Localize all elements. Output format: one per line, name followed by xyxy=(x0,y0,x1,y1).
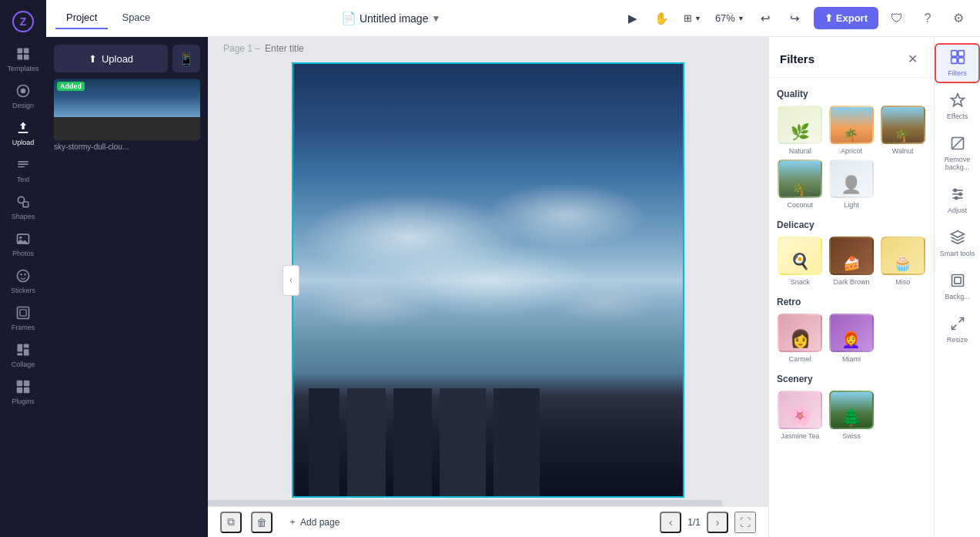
sidebar-label-plugins: Plugins xyxy=(12,398,35,405)
sidebar-item-text[interactable]: Text xyxy=(0,151,46,188)
right-tool-filters[interactable]: Filters xyxy=(935,43,980,83)
svg-rect-13 xyxy=(18,307,29,319)
jasmine-label: Jasmine Tea xyxy=(781,432,819,440)
svg-point-35 xyxy=(955,196,957,199)
canvas-container: ‹ xyxy=(292,62,684,498)
collapse-panel-btn[interactable]: ‹ xyxy=(283,265,299,296)
help-btn[interactable]: ? xyxy=(915,6,940,31)
tab-project[interactable]: Project xyxy=(55,7,108,29)
svg-point-11 xyxy=(20,274,22,276)
redo-icon: ↪ xyxy=(790,12,800,25)
svg-rect-15 xyxy=(18,344,23,352)
thumbnail-added-label: Added xyxy=(57,82,85,91)
photos-icon xyxy=(12,230,34,248)
redo-btn[interactable]: ↪ xyxy=(783,6,808,31)
export-button[interactable]: ⬆ Export xyxy=(814,7,878,29)
hand-tool-btn[interactable]: ✋ xyxy=(650,6,674,31)
delete-btn[interactable]: 🗑 xyxy=(251,512,273,533)
remove-bg-icon xyxy=(950,136,965,153)
horizontal-scrollbar[interactable] xyxy=(208,500,722,506)
right-tool-adjust[interactable]: Adjust xyxy=(935,180,980,220)
filter-swiss[interactable]: Swiss xyxy=(828,391,875,440)
filter-darkbrown[interactable]: Dark Brown xyxy=(828,237,875,286)
thumbnail-item[interactable]: Added sky-stormy-dull-clou... xyxy=(54,79,200,151)
help-icon: ? xyxy=(925,12,932,25)
retro-filter-grid: Carmel Miami xyxy=(777,314,926,363)
sidebar-item-stickers[interactable]: Stickers xyxy=(0,262,46,299)
snack-thumb xyxy=(778,237,822,275)
filter-light[interactable]: Light xyxy=(828,159,875,209)
file-title[interactable]: 📄 Untitled image ▼ xyxy=(341,11,440,25)
tab-space[interactable]: Space xyxy=(111,7,161,29)
zoom-value: 67% xyxy=(715,12,735,24)
sidebar-item-photos[interactable]: Photos xyxy=(0,225,46,262)
right-tool-remove-bg[interactable]: Remove backg... xyxy=(935,129,980,177)
sidebar-item-shapes[interactable]: Shapes xyxy=(0,188,46,225)
adjust-label: Adjust xyxy=(948,206,967,214)
left-sidebar: Z Templates Design Upload Text Shapes xyxy=(0,0,46,537)
miso-thumb xyxy=(881,237,925,275)
fullscreen-btn[interactable]: ⛶ xyxy=(734,512,756,533)
svg-rect-22 xyxy=(24,388,30,394)
upload-btn-label: Upload xyxy=(102,53,133,65)
upload-button[interactable]: ⬆ Upload xyxy=(54,45,168,72)
quality-section-title: Quality xyxy=(777,89,926,99)
close-filters-button[interactable]: ✕ xyxy=(901,48,923,69)
shapes-icon xyxy=(12,193,34,211)
filter-coconut[interactable]: Coconut xyxy=(777,159,824,209)
sidebar-label-design: Design xyxy=(12,102,34,109)
settings-btn[interactable]: ⚙ xyxy=(946,6,971,31)
right-tool-resize[interactable]: Resize xyxy=(935,310,980,350)
add-page-button[interactable]: ＋ Add page xyxy=(282,512,346,532)
svg-point-10 xyxy=(19,237,22,239)
pointer-tool-btn[interactable]: ▶ xyxy=(620,6,645,31)
svg-rect-19 xyxy=(17,381,23,387)
thumbnail-filename: sky-stormy-dull-clou... xyxy=(54,143,200,151)
walnut-thumb xyxy=(881,106,925,144)
file-title-text: Untitled image xyxy=(360,12,429,25)
content-row: ⬆ Upload 📱 Added sky-stormy-dull-clou... xyxy=(46,37,980,537)
duplicate-btn[interactable]: ⧉ xyxy=(220,512,242,533)
view-chevron-icon: ▼ xyxy=(694,15,701,22)
jasmine-thumb xyxy=(778,391,822,429)
filter-jasmine[interactable]: Jasmine Tea xyxy=(777,391,824,440)
swiss-thumb xyxy=(829,391,874,429)
sidebar-item-frames[interactable]: Frames xyxy=(0,299,46,336)
svg-line-29 xyxy=(952,138,963,149)
filter-miami[interactable]: Miami xyxy=(828,314,875,363)
upload-btn-icon: ⬆ xyxy=(89,53,97,65)
filter-walnut[interactable]: Walnut xyxy=(879,106,926,155)
filter-carmel[interactable]: Carmel xyxy=(777,314,824,363)
zoom-btn[interactable]: 67% ▼ xyxy=(711,6,749,31)
next-page-btn[interactable]: › xyxy=(707,512,728,533)
canvas-frame[interactable] xyxy=(292,62,684,498)
undo-icon: ↩ xyxy=(761,12,771,25)
right-tool-smart[interactable]: Smart tools xyxy=(935,223,980,263)
mobile-preview-btn[interactable]: 📱 xyxy=(172,45,200,72)
page-title-input[interactable] xyxy=(265,43,380,54)
svg-rect-16 xyxy=(24,344,29,348)
add-page-label: Add page xyxy=(300,517,339,528)
filter-apricot[interactable]: Apricot xyxy=(828,106,875,155)
sidebar-item-plugins[interactable]: Plugins xyxy=(0,373,46,410)
right-tool-effects[interactable]: Effects xyxy=(935,86,980,126)
shield-btn[interactable]: 🛡 xyxy=(885,6,909,31)
undo-btn[interactable]: ↩ xyxy=(754,6,778,31)
view-tool-btn[interactable]: ⊞ ▼ xyxy=(679,6,706,31)
page-nav: ‹ 1/1 › ⛶ xyxy=(660,512,756,533)
upload-icon xyxy=(12,119,34,137)
filter-natural[interactable]: Natural xyxy=(777,106,824,155)
filters-header: Filters ✕ xyxy=(769,37,934,78)
sidebar-item-collage[interactable]: Collage xyxy=(0,336,46,373)
walnut-label: Walnut xyxy=(892,147,914,155)
filter-snack[interactable]: Snack xyxy=(777,237,824,286)
filter-miso[interactable]: Miso xyxy=(879,237,926,286)
prev-page-btn[interactable]: ‹ xyxy=(660,512,681,533)
sidebar-label-photos: Photos xyxy=(12,250,34,257)
logo-icon: Z xyxy=(12,11,34,32)
right-tool-background[interactable]: Backg... xyxy=(935,267,980,307)
sidebar-item-templates[interactable]: Templates xyxy=(0,40,46,77)
sidebar-item-design[interactable]: Design xyxy=(0,77,46,114)
svg-rect-18 xyxy=(18,353,23,355)
sidebar-item-upload[interactable]: Upload xyxy=(0,114,46,151)
